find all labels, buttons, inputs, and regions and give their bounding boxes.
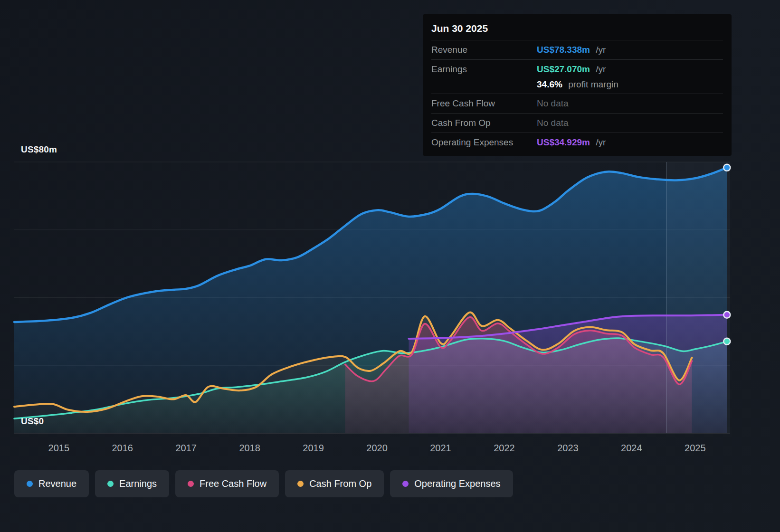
cash-from-op-dot-icon bbox=[297, 481, 304, 487]
legend-label: Revenue bbox=[38, 478, 76, 489]
legend-item-operating-expenses[interactable]: Operating Expenses bbox=[390, 470, 513, 497]
x-axis-label: 2021 bbox=[430, 443, 451, 454]
tooltip-row-value: No data bbox=[537, 98, 572, 109]
tooltip-row-free-cash-flow: Free Cash Flow No data bbox=[431, 94, 723, 113]
tooltip-row-value: No data bbox=[537, 117, 572, 129]
x-axis-label: 2023 bbox=[557, 443, 579, 454]
y-axis-label-max: US$80m bbox=[21, 144, 57, 155]
x-axis-label: 2025 bbox=[685, 443, 706, 454]
revenue-dot-icon bbox=[27, 481, 33, 487]
tooltip-row-value: US$34.929m /yr bbox=[537, 137, 606, 148]
legend-label: Operating Expenses bbox=[414, 478, 500, 489]
tooltip-row-label: Operating Expenses bbox=[431, 137, 537, 148]
legend-label: Free Cash Flow bbox=[200, 478, 266, 489]
tooltip-panel: Jun 30 2025 Revenue US$78.338m /yr Earni… bbox=[423, 14, 732, 156]
earnings-dot-icon bbox=[107, 481, 114, 487]
x-axis-label: 2015 bbox=[48, 443, 70, 454]
tooltip-date: Jun 30 2025 bbox=[431, 21, 723, 40]
tooltip-row-label: Revenue bbox=[431, 44, 537, 56]
tooltip-row-value: US$78.338m /yr bbox=[537, 44, 606, 56]
tooltip-row-value: 34.6% profit margin bbox=[537, 79, 618, 90]
tooltip-row-cash-from-op: Cash From Op No data bbox=[431, 113, 723, 133]
tooltip-row-label: Earnings bbox=[431, 64, 537, 75]
x-axis-label: 2022 bbox=[494, 443, 515, 454]
legend-item-cash-from-op[interactable]: Cash From Op bbox=[285, 470, 384, 497]
tooltip-row-label: Free Cash Flow bbox=[431, 98, 537, 109]
x-axis-label: 2018 bbox=[239, 443, 260, 454]
free-cash-flow-dot-icon bbox=[188, 481, 194, 487]
x-axis-label: 2024 bbox=[621, 443, 642, 454]
y-axis-label-zero: US$0 bbox=[21, 416, 44, 427]
x-axis-label: 2019 bbox=[303, 443, 324, 454]
legend-label: Cash From Op bbox=[309, 478, 371, 489]
x-axis: 2015201620172018201920202021202220232024… bbox=[0, 443, 780, 457]
tooltip-row-revenue: Revenue US$78.338m /yr bbox=[431, 40, 723, 59]
legend-label: Earnings bbox=[119, 478, 157, 489]
legend-item-earnings[interactable]: Earnings bbox=[95, 470, 169, 497]
tooltip-row-value: US$27.070m /yr bbox=[537, 64, 606, 75]
chart-page: US$80m US$0 2015201620172018201920202021… bbox=[0, 0, 780, 532]
operating-expenses-dot-icon bbox=[402, 481, 409, 487]
x-axis-label: 2016 bbox=[112, 443, 133, 454]
legend-item-free-cash-flow[interactable]: Free Cash Flow bbox=[175, 470, 279, 497]
x-axis-label: 2017 bbox=[175, 443, 197, 454]
tooltip-row-earnings: Earnings US$27.070m /yr bbox=[431, 59, 723, 79]
tooltip-row-profit-margin: 34.6% profit margin bbox=[431, 79, 723, 94]
legend-item-revenue[interactable]: Revenue bbox=[14, 470, 89, 497]
tooltip-row-operating-expenses: Operating Expenses US$34.929m /yr bbox=[431, 133, 723, 152]
x-axis-label: 2020 bbox=[366, 443, 388, 454]
tooltip-row-label: Cash From Op bbox=[431, 117, 537, 129]
chart-legend: Revenue Earnings Free Cash Flow Cash Fro… bbox=[14, 470, 513, 497]
